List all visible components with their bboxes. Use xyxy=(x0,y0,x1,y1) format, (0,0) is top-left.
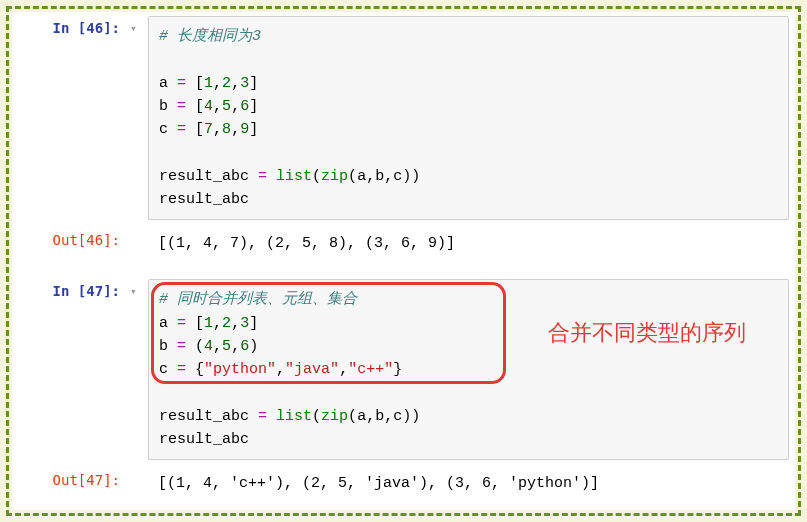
var-b: b xyxy=(159,98,168,115)
in-prompt-46: In [46]: xyxy=(12,12,130,44)
var-a: a xyxy=(159,75,168,92)
var-result: result_abc xyxy=(159,168,249,185)
in-prompt-47: In [47]: xyxy=(12,275,130,307)
var-a-47: a xyxy=(159,315,168,332)
toggle-icon[interactable]: ▾ xyxy=(130,12,148,35)
cell-46-input: In [46]: ▾ # 长度相同为3 a = [1,2,3] b = [4,5… xyxy=(12,12,795,224)
output-text-47: [(1, 4, 'c++'), (2, 5, 'java'), (3, 6, '… xyxy=(148,464,795,503)
out-prompt-47: Out[47]: xyxy=(12,464,130,496)
var-c-47: c xyxy=(159,361,168,378)
cell-47-output: Out[47]: [(1, 4, 'c++'), (2, 5, 'java'),… xyxy=(12,464,795,503)
var-c: c xyxy=(159,121,168,138)
cell-46-output: Out[46]: [(1, 4, 7), (2, 5, 8), (3, 6, 9… xyxy=(12,224,795,263)
comment-47: # 同时合并列表、元组、集合 xyxy=(159,291,357,308)
code-input-47[interactable]: # 同时合并列表、元组、集合 a = [1,2,3] b = (4,5,6) c… xyxy=(148,279,789,460)
toggle-icon[interactable]: ▾ xyxy=(130,275,148,298)
var-result-47: result_abc xyxy=(159,408,249,425)
notebook-container: In [46]: ▾ # 长度相同为3 a = [1,2,3] b = [4,5… xyxy=(12,12,795,510)
comment-46: # 长度相同为3 xyxy=(159,28,261,45)
output-text-46: [(1, 4, 7), (2, 5, 8), (3, 6, 9)] xyxy=(148,224,795,263)
var-b-47: b xyxy=(159,338,168,355)
out-prompt-46: Out[46]: xyxy=(12,224,130,256)
cell-47-input: In [47]: ▾ # 同时合并列表、元组、集合 a = [1,2,3] b … xyxy=(12,275,795,464)
code-input-46[interactable]: # 长度相同为3 a = [1,2,3] b = [4,5,6] c = [7,… xyxy=(148,16,789,220)
